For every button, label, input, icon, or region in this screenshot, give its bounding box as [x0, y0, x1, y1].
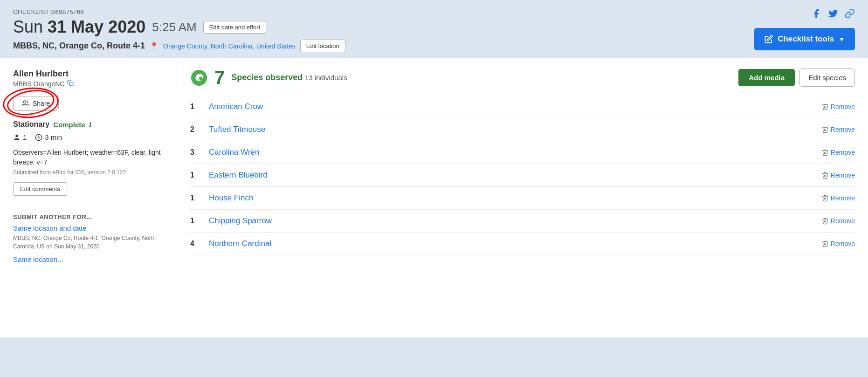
- remove-button[interactable]: Remove: [821, 103, 855, 110]
- species-labels: Species observed 13 individuals: [231, 73, 347, 82]
- species-count: 7: [214, 67, 225, 88]
- trash-icon: [821, 126, 829, 133]
- species-count-cell: 1: [190, 217, 209, 225]
- date-bold: 31 May 2020: [48, 17, 145, 36]
- location-row: MBBS, NC, Orange Co, Route 4-1 📍 Orange …: [13, 40, 855, 52]
- species-actions: Remove: [821, 126, 855, 133]
- social-icons: [811, 8, 855, 21]
- checklist-id: CHECKLIST S69875768: [13, 8, 855, 15]
- svg-point-2: [23, 101, 26, 103]
- observer-name: Allen Hurlbert: [13, 69, 164, 79]
- edit-location-button[interactable]: Edit location: [300, 40, 345, 52]
- main-content: Allen Hurlbert MBBS OrangeNC Share Stati…: [0, 58, 868, 337]
- species-count-cell: 1: [190, 194, 209, 202]
- table-row: 1 American Crow Remove: [190, 96, 855, 118]
- stats-row: 1 3 min: [13, 133, 164, 141]
- trash-icon: [821, 240, 829, 247]
- remove-button[interactable]: Remove: [821, 217, 855, 225]
- duration-stat: 3 min: [35, 133, 62, 141]
- species-actions: Remove: [821, 240, 855, 247]
- trash-icon: [821, 149, 829, 156]
- header-section: CHECKLIST S69875768 Sun 31 May 2020 5:25…: [0, 0, 868, 58]
- table-row: 1 Eastern Bluebird Remove: [190, 164, 855, 187]
- species-actions: Remove: [821, 171, 855, 179]
- facebook-icon[interactable]: [811, 8, 821, 21]
- stationary-row: Stationary Complete ℹ: [13, 120, 164, 129]
- table-row: 3 Carolina Wren Remove: [190, 141, 855, 164]
- add-media-button[interactable]: Add media: [738, 69, 795, 86]
- twitter-icon[interactable]: [828, 8, 838, 21]
- remove-button[interactable]: Remove: [821, 240, 855, 247]
- submitted-text: Submitted from eBird for iOS, version 2.…: [13, 169, 164, 176]
- edit-comments-button[interactable]: Edit comments: [13, 182, 67, 196]
- svg-rect-0: [70, 82, 74, 86]
- clock-icon: [35, 134, 42, 141]
- person-icon: [13, 134, 21, 141]
- location-name: MBBS, NC, Orange Co, Route 4-1: [13, 41, 145, 51]
- observer-location: MBBS OrangeNC: [13, 80, 64, 88]
- table-row: 2 Tufted Titmouse Remove: [190, 118, 855, 141]
- species-name-cell[interactable]: Carolina Wren: [209, 148, 821, 157]
- species-name-cell[interactable]: Chipping Sparrow: [209, 216, 821, 226]
- species-observed-label: Species observed: [231, 73, 303, 82]
- trash-icon: [821, 217, 829, 225]
- observers-stat: 1: [13, 133, 27, 141]
- species-actions: Remove: [821, 217, 855, 225]
- table-row: 4 Northern Cardinal Remove: [190, 233, 855, 255]
- species-name-cell[interactable]: American Crow: [209, 102, 821, 111]
- observers-count: 1: [23, 133, 27, 141]
- remove-button[interactable]: Remove: [821, 194, 855, 202]
- trash-icon: [821, 194, 829, 202]
- complete-badge: Complete: [53, 121, 85, 129]
- checklist-tools-button[interactable]: Checklist tools ▼: [754, 28, 855, 50]
- species-actions: Remove: [821, 103, 855, 110]
- checklist-tools-label: Checklist tools: [778, 34, 834, 44]
- species-count-cell: 2: [190, 125, 209, 134]
- location-pin-icon: 📍: [150, 42, 158, 50]
- same-location-link[interactable]: Same location and date: [13, 224, 164, 232]
- species-name-cell[interactable]: Tufted Titmouse: [209, 125, 821, 134]
- edit-species-button[interactable]: Edit species: [799, 69, 855, 87]
- share-icon: [22, 100, 29, 107]
- species-name-cell[interactable]: House Finch: [209, 193, 821, 203]
- share-section: Share: [13, 96, 59, 111]
- species-section: 7 Species observed 13 individuals Add me…: [177, 58, 868, 337]
- info-icon[interactable]: ℹ: [89, 121, 91, 128]
- species-actions: Remove: [821, 194, 855, 202]
- remove-button[interactable]: Remove: [821, 171, 855, 179]
- table-row: 1 Chipping Sparrow Remove: [190, 210, 855, 233]
- edit-date-button[interactable]: Edit date and effort: [203, 21, 267, 34]
- observer-location-row: MBBS OrangeNC: [13, 80, 164, 88]
- species-list: 1 American Crow Remove 2 Tufted Titmouse…: [190, 96, 855, 255]
- same-location-link2[interactable]: Same location...: [13, 255, 164, 263]
- duration-text: 3 min: [45, 133, 62, 141]
- species-actions: Remove: [821, 149, 855, 156]
- date-day: Sun: [13, 17, 48, 36]
- same-location-desc: MBBS, NC, Orange Co, Route 4-1, Orange C…: [13, 234, 164, 251]
- share-label: Share: [33, 100, 50, 107]
- ebird-logo: [190, 69, 208, 87]
- table-row: 1 House Finch Remove: [190, 187, 855, 210]
- date-text: Sun 31 May 2020: [13, 17, 145, 37]
- species-count-cell: 4: [190, 240, 209, 248]
- trash-icon: [821, 103, 829, 110]
- sidebar: Allen Hurlbert MBBS OrangeNC Share Stati…: [0, 58, 177, 337]
- submit-another-title: SUBMIT ANOTHER FOR...: [13, 213, 164, 220]
- svg-point-5: [191, 69, 207, 85]
- species-count-cell: 1: [190, 103, 209, 111]
- remove-button[interactable]: Remove: [821, 126, 855, 133]
- svg-point-3: [15, 135, 18, 137]
- copy-icon[interactable]: [67, 80, 74, 88]
- remove-button[interactable]: Remove: [821, 149, 855, 156]
- dropdown-arrow-icon: ▼: [839, 36, 845, 43]
- edit-icon: [765, 35, 773, 43]
- species-name-cell[interactable]: Eastern Bluebird: [209, 171, 821, 180]
- species-count-cell: 3: [190, 148, 209, 157]
- notes-text: Observers=Allen Hurlbert; weather=63F, c…: [13, 148, 164, 167]
- share-button[interactable]: Share: [13, 96, 59, 111]
- location-breadcrumb: Orange County, North Carolina, United St…: [163, 42, 296, 50]
- species-name-cell[interactable]: Northern Cardinal: [209, 239, 821, 248]
- individuals-label: 13 individuals: [305, 74, 347, 82]
- link-icon[interactable]: [845, 8, 855, 21]
- trash-icon: [821, 171, 829, 179]
